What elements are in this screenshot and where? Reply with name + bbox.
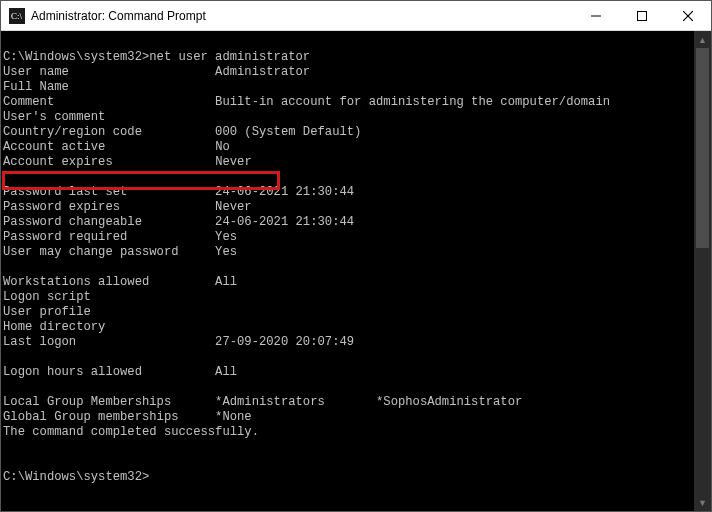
- row-value: All: [215, 275, 237, 289]
- row-value: *None: [215, 410, 252, 424]
- row-label: Logon script: [3, 290, 91, 304]
- row-label: Last logon: [3, 335, 76, 349]
- maximize-button[interactable]: [619, 1, 665, 31]
- row-label: Account active: [3, 140, 105, 154]
- scroll-down-button[interactable]: ▼: [694, 494, 711, 511]
- row-label: User name: [3, 65, 69, 79]
- row-value: *Administrators *SophosAdministrator: [215, 395, 522, 409]
- terminal-area: C:\Windows\system32>net user administrat…: [1, 31, 711, 511]
- row-label: Password expires: [3, 200, 120, 214]
- row-label: Country/region code: [3, 125, 142, 139]
- prompt-path: C:\Windows\system32>: [3, 470, 149, 484]
- row-label: Comment: [3, 95, 54, 109]
- row-value: Yes: [215, 245, 237, 259]
- row-label: Local Group Memberships: [3, 395, 171, 409]
- row-label: Global Group memberships: [3, 410, 179, 424]
- row-value: Never: [215, 155, 252, 169]
- svg-rect-3: [638, 11, 647, 20]
- row-label: Password required: [3, 230, 127, 244]
- row-value: 27-09-2020 20:07:49: [215, 335, 354, 349]
- row-value: 000 (System Default): [215, 125, 361, 139]
- scroll-thumb[interactable]: [696, 48, 709, 248]
- command-prompt-window: C:\ Administrator: Command Prompt C:\Win…: [0, 0, 712, 512]
- row-label: User's comment: [3, 110, 105, 124]
- cmd-icon: C:\: [9, 8, 25, 24]
- row-value: Administrator: [215, 65, 310, 79]
- row-value: Never: [215, 200, 252, 214]
- prompt-path: C:\Windows\system32>: [3, 50, 149, 64]
- row-label: Full Name: [3, 80, 69, 94]
- row-label: User may change password: [3, 245, 179, 259]
- row-label: Home directory: [3, 320, 105, 334]
- svg-text:C:\: C:\: [11, 11, 23, 21]
- row-value: All: [215, 365, 237, 379]
- command: net user administrator: [149, 50, 310, 64]
- minimize-button[interactable]: [573, 1, 619, 31]
- row-value: Yes: [215, 230, 237, 244]
- row-value: No: [215, 140, 230, 154]
- terminal-output[interactable]: C:\Windows\system32>net user administrat…: [1, 31, 694, 511]
- row-value: 24-06-2021 21:30:44: [215, 215, 354, 229]
- row-label: Workstations allowed: [3, 275, 149, 289]
- window-title: Administrator: Command Prompt: [31, 9, 206, 23]
- scroll-up-button[interactable]: ▲: [694, 31, 711, 48]
- close-button[interactable]: [665, 1, 711, 31]
- row-label: User profile: [3, 305, 91, 319]
- row-label: Password last set: [3, 185, 127, 199]
- row-value: Built-in account for administering the c…: [215, 95, 610, 109]
- row-value: 24-06-2021 21:30:44: [215, 185, 354, 199]
- scrollbar[interactable]: ▲ ▼: [694, 31, 711, 511]
- completion-message: The command completed successfully.: [3, 425, 259, 439]
- titlebar[interactable]: C:\ Administrator: Command Prompt: [1, 1, 711, 31]
- blank-line: [3, 35, 10, 49]
- row-label: Password changeable: [3, 215, 142, 229]
- row-label: Logon hours allowed: [3, 365, 142, 379]
- row-label: Account expires: [3, 155, 113, 169]
